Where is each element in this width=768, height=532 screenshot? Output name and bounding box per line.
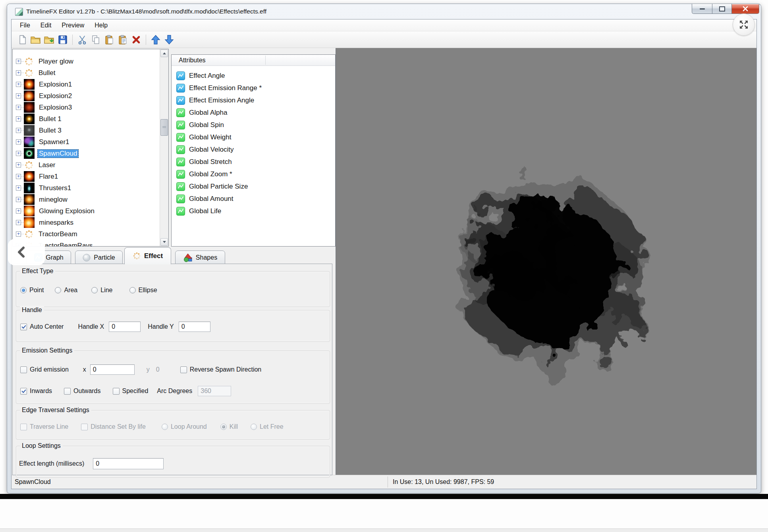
attribute-item-global-spin[interactable]: Global Spin	[172, 119, 335, 131]
menu-item-file[interactable]: File	[15, 20, 35, 31]
expand-icon[interactable]: +	[16, 162, 21, 168]
save-file-button[interactable]	[56, 33, 69, 46]
preview-viewport[interactable]	[336, 48, 756, 475]
expand-icon[interactable]: +	[16, 185, 21, 191]
scroll-up-button[interactable]	[160, 50, 168, 57]
expand-icon[interactable]: +	[16, 139, 21, 145]
effect-tab-icon	[133, 252, 141, 260]
tree-item-mineglow[interactable]: +mineglow	[13, 194, 160, 205]
handle-y-input[interactable]	[179, 322, 210, 332]
column-separator[interactable]	[265, 56, 266, 65]
tree-item-explosion3[interactable]: +Explosion3	[13, 102, 160, 113]
area-radio[interactable]	[55, 287, 61, 293]
delete-button[interactable]	[129, 33, 143, 46]
ellipse-radio[interactable]	[129, 287, 136, 293]
tree-item-glowing-explosion[interactable]: +Glowing Explosion	[13, 205, 160, 217]
scrollbar-thumb[interactable]	[160, 119, 168, 136]
expand-icon[interactable]: +	[16, 128, 21, 133]
expand-icon[interactable]: +	[16, 82, 21, 87]
move-down-button[interactable]	[162, 33, 176, 46]
attribute-item-global-alpha[interactable]: Global Alpha	[172, 106, 335, 119]
tree-item-tractorbeam[interactable]: +TractorBeam	[13, 228, 160, 240]
effect-type-options: Point Area Line Ellipse	[20, 287, 157, 294]
attribute-item-global-weight[interactable]: Global Weight	[172, 131, 335, 143]
graph-curve-icon	[176, 71, 185, 80]
arc-degrees-label: Arc Degrees	[157, 387, 192, 395]
copy-button[interactable]	[89, 33, 102, 46]
attribute-item-global-stretch[interactable]: Global Stretch	[172, 156, 335, 168]
chevron-left-icon	[17, 246, 25, 258]
maximize-button[interactable]	[712, 4, 732, 14]
auto-center-checkbox[interactable]	[20, 324, 27, 330]
new-file-button[interactable]	[15, 33, 29, 46]
tree-item-spawncloud[interactable]: +SpawnCloud	[13, 148, 160, 159]
tree-item-thrusters1[interactable]: +Thrusters1	[13, 182, 160, 194]
menu-item-help[interactable]: Help	[89, 20, 113, 31]
specified-checkbox[interactable]	[113, 388, 120, 395]
grid-y-value: 0	[156, 366, 160, 373]
tree-item-flare1[interactable]: +Flare1	[13, 171, 160, 182]
kill-radio	[220, 424, 227, 430]
menu-item-preview[interactable]: Preview	[56, 20, 89, 31]
reverse-spawn-checkbox[interactable]	[180, 366, 187, 373]
handle-x-input[interactable]	[109, 322, 141, 332]
tree-item-label: Thrusters1	[37, 184, 73, 193]
expand-icon[interactable]: +	[16, 231, 21, 237]
minimize-button[interactable]	[692, 4, 712, 14]
tree-item-explosion1[interactable]: +Explosion1	[13, 79, 160, 90]
point-radio[interactable]	[20, 287, 27, 293]
attribute-item-global-amount[interactable]: Global Amount	[172, 193, 335, 205]
attributes-list: Effect AngleEffect Emission Range *Effec…	[172, 69, 335, 217]
outwards-checkbox[interactable]	[64, 388, 71, 395]
tab-particle[interactable]: Particle	[75, 251, 123, 264]
attributes-header[interactable]: Attributes	[172, 55, 335, 66]
expand-button[interactable]	[733, 13, 755, 36]
expand-icon[interactable]: +	[16, 93, 21, 98]
inwards-checkbox[interactable]	[20, 388, 27, 395]
attribute-item-global-velocity[interactable]: Global Velocity	[172, 143, 335, 156]
move-up-button[interactable]	[149, 33, 162, 46]
tree-item-explosion2[interactable]: +Explosion2	[13, 90, 160, 102]
expand-icon[interactable]: +	[16, 151, 21, 156]
grid-x-input[interactable]	[90, 364, 135, 375]
grid-emission-checkbox[interactable]	[20, 366, 27, 373]
scroll-down-button[interactable]	[160, 238, 168, 246]
tree-item-player-glow[interactable]: +Player glow	[13, 56, 160, 67]
effect-length-input[interactable]	[93, 458, 164, 469]
menu-item-edit[interactable]: Edit	[35, 20, 57, 31]
tab-effect[interactable]: Effect	[124, 247, 171, 264]
tree-item-bullet-1[interactable]: +Bullet 1	[13, 113, 160, 125]
expand-icon[interactable]: +	[16, 59, 21, 64]
expand-icon[interactable]: +	[16, 174, 21, 179]
expand-icon[interactable]: +	[16, 116, 21, 121]
tree-item-bullet[interactable]: +Bullet	[13, 67, 160, 79]
tree-item-minesparks[interactable]: +minesparks	[13, 217, 160, 228]
import-file-button[interactable]	[42, 33, 56, 46]
attribute-item-effect-emission-angle[interactable]: Effect Emission Angle	[172, 94, 335, 106]
tree-item-spawner1[interactable]: +Spawner1	[13, 136, 160, 148]
title-bar[interactable]: TimelineFX Editor v1.27b - C:\BlitzMax14…	[7, 4, 761, 19]
arrow-up-icon	[163, 52, 166, 54]
tree-scrollbar[interactable]	[160, 49, 168, 246]
attribute-item-global-zoom[interactable]: Global Zoom *	[172, 168, 335, 180]
expand-icon[interactable]: +	[16, 105, 21, 110]
tree-connector	[21, 73, 24, 73]
tree-item-bullet-3[interactable]: +Bullet 3	[13, 125, 160, 136]
attribute-item-effect-angle[interactable]: Effect Angle	[172, 69, 335, 82]
expand-icon[interactable]: +	[16, 220, 21, 225]
cut-button[interactable]	[75, 33, 89, 46]
line-radio[interactable]	[91, 287, 98, 293]
paste-button[interactable]	[102, 33, 116, 46]
tree-item-laser[interactable]: +Laser	[13, 159, 160, 171]
expand-icon[interactable]: +	[16, 208, 21, 214]
expand-icon[interactable]: +	[16, 70, 21, 75]
paste-special-button[interactable]	[116, 33, 129, 46]
attribute-item-effect-emission-range[interactable]: Effect Emission Range *	[172, 82, 335, 94]
open-file-button[interactable]	[29, 33, 42, 46]
attribute-item-global-life[interactable]: Global Life	[172, 205, 335, 217]
attribute-item-global-particle-size[interactable]: Global Particle Size	[172, 180, 335, 193]
expand-icon[interactable]: +	[16, 197, 21, 202]
close-button[interactable]	[732, 4, 759, 14]
viewer-previous-button[interactable]	[8, 239, 45, 265]
tab-shapes[interactable]: Shapes	[175, 251, 225, 264]
